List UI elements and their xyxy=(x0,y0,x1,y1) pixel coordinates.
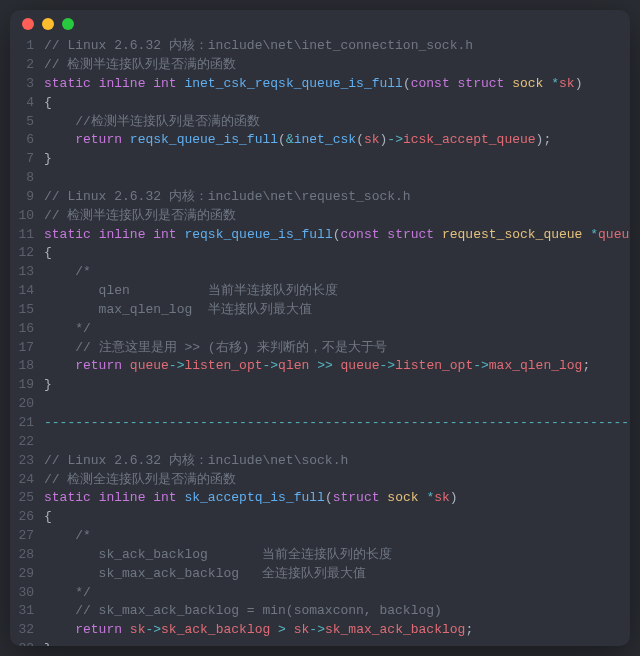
code-line[interactable]: // sk_max_ack_backlog = min(somaxconn, b… xyxy=(44,602,630,621)
line-number: 14 xyxy=(16,282,44,301)
line-number: 25 xyxy=(16,489,44,508)
line-number: 16 xyxy=(16,320,44,339)
code-line[interactable]: max_qlen_log 半连接队列最大值 xyxy=(44,301,630,320)
code-line[interactable]: // Linux 2.6.32 内核：include\net\sock.h xyxy=(44,452,630,471)
line-number: 27 xyxy=(16,527,44,546)
code-line[interactable] xyxy=(44,395,630,414)
code-line[interactable]: // 检测全连接队列是否满的函数 xyxy=(44,471,630,490)
maximize-icon[interactable] xyxy=(62,18,74,30)
line-number: 23 xyxy=(16,452,44,471)
line-number: 20 xyxy=(16,395,44,414)
code-line[interactable] xyxy=(44,433,630,452)
line-number: 18 xyxy=(16,357,44,376)
code-line[interactable]: static inline int sk_acceptq_is_full(str… xyxy=(44,489,630,508)
code-line[interactable] xyxy=(44,169,630,188)
code-line[interactable]: /* xyxy=(44,263,630,282)
line-number: 31 xyxy=(16,602,44,621)
code-line[interactable]: // Linux 2.6.32 内核：include\net\inet_conn… xyxy=(44,37,630,56)
code-line[interactable]: /* xyxy=(44,527,630,546)
code-line[interactable]: // 检测半连接队列是否满的函数 xyxy=(44,56,630,75)
line-number: 24 xyxy=(16,471,44,490)
line-number: 17 xyxy=(16,339,44,358)
code-line[interactable]: return sk->sk_ack_backlog > sk->sk_max_a… xyxy=(44,621,630,640)
code-line[interactable]: sk_ack_backlog 当前全连接队列的长度 xyxy=(44,546,630,565)
line-number: 3 xyxy=(16,75,44,94)
code-line[interactable]: */ xyxy=(44,320,630,339)
line-number: 8 xyxy=(16,169,44,188)
line-number: 28 xyxy=(16,546,44,565)
window-titlebar xyxy=(10,10,630,37)
line-number: 26 xyxy=(16,508,44,527)
code-line[interactable]: { xyxy=(44,94,630,113)
line-number: 6 xyxy=(16,131,44,150)
line-number: 7 xyxy=(16,150,44,169)
line-number: 15 xyxy=(16,301,44,320)
code-line[interactable]: } xyxy=(44,376,630,395)
minimize-icon[interactable] xyxy=(42,18,54,30)
code-line[interactable]: // Linux 2.6.32 内核：include\net\request_s… xyxy=(44,188,630,207)
close-icon[interactable] xyxy=(22,18,34,30)
line-number: 10 xyxy=(16,207,44,226)
editor-window: 1// Linux 2.6.32 内核：include\net\inet_con… xyxy=(10,10,630,646)
line-number: 9 xyxy=(16,188,44,207)
line-number: 19 xyxy=(16,376,44,395)
line-number: 29 xyxy=(16,565,44,584)
line-number: 4 xyxy=(16,94,44,113)
code-line[interactable]: { xyxy=(44,244,630,263)
code-line[interactable]: return queue->listen_opt->qlen >> queue-… xyxy=(44,357,630,376)
line-number: 2 xyxy=(16,56,44,75)
line-number: 32 xyxy=(16,621,44,640)
line-number: 13 xyxy=(16,263,44,282)
code-line[interactable]: return reqsk_queue_is_full(&inet_csk(sk)… xyxy=(44,131,630,150)
line-number: 11 xyxy=(16,226,44,245)
code-line[interactable]: { xyxy=(44,508,630,527)
code-line[interactable]: // 注意这里是用 >> (右移) 来判断的，不是大于号 xyxy=(44,339,630,358)
code-line[interactable]: //检测半连接队列是否满的函数 xyxy=(44,113,630,132)
code-line[interactable]: static inline int reqsk_queue_is_full(co… xyxy=(44,226,630,245)
line-number: 1 xyxy=(16,37,44,56)
line-number: 5 xyxy=(16,113,44,132)
code-line[interactable]: ----------------------------------------… xyxy=(44,414,630,433)
code-line[interactable]: } xyxy=(44,640,630,646)
code-line[interactable]: */ xyxy=(44,584,630,603)
code-line[interactable]: static inline int inet_csk_reqsk_queue_i… xyxy=(44,75,630,94)
code-line[interactable]: } xyxy=(44,150,630,169)
code-line[interactable]: sk_max_ack_backlog 全连接队列最大值 xyxy=(44,565,630,584)
line-number: 22 xyxy=(16,433,44,452)
line-number: 30 xyxy=(16,584,44,603)
code-line[interactable]: qlen 当前半连接队列的长度 xyxy=(44,282,630,301)
line-number: 33 xyxy=(16,640,44,646)
line-number: 21 xyxy=(16,414,44,433)
code-line[interactable]: // 检测半连接队列是否满的函数 xyxy=(44,207,630,226)
line-number: 12 xyxy=(16,244,44,263)
code-editor[interactable]: 1// Linux 2.6.32 内核：include\net\inet_con… xyxy=(10,37,630,646)
